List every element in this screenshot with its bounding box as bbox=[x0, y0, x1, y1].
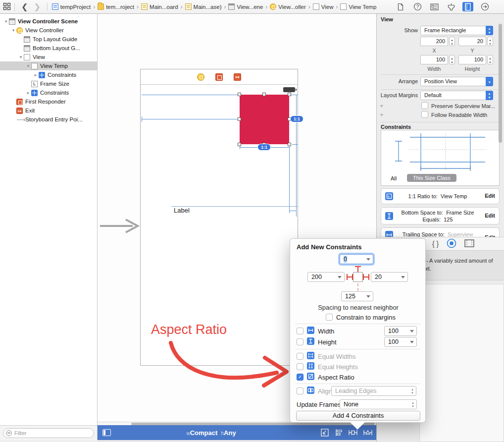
bottom-beam-dashed[interactable] bbox=[357, 283, 358, 291]
resize-handle[interactable] bbox=[288, 143, 291, 146]
height-row[interactable]: Height bbox=[297, 338, 337, 346]
resize-handle[interactable] bbox=[238, 143, 241, 146]
top-spacing-combo[interactable]: 0 bbox=[340, 254, 373, 264]
constraint-card-bottom-space[interactable]: Bottom Space to: Frame Size Equals: 125 … bbox=[381, 207, 500, 224]
equal-widths-checkbox[interactable] bbox=[297, 353, 303, 360]
x-field[interactable]: 200 bbox=[420, 37, 448, 46]
constraint-card-ratio[interactable]: 1:1 Ratio to: View Temp Edit bbox=[381, 188, 500, 204]
height-value-combo[interactable]: 100 bbox=[384, 337, 417, 347]
layout-margins-popup[interactable]: Default▲▼ bbox=[420, 91, 493, 100]
width-field[interactable]: 100 bbox=[420, 55, 448, 64]
inspector-scrollbar[interactable] bbox=[499, 24, 502, 143]
align-row[interactable]: Align bbox=[297, 387, 332, 395]
readable-width-checkbox[interactable] bbox=[421, 111, 428, 118]
outline-item-frame-size[interactable]: LFrame Size bbox=[0, 79, 97, 88]
edit-button[interactable]: Edit bbox=[485, 193, 495, 199]
outline-item-constraints-1[interactable]: ▸Constraints bbox=[0, 70, 97, 79]
aspect-ratio-row[interactable]: Aspect Ratio bbox=[297, 373, 354, 381]
resize-handle[interactable] bbox=[262, 93, 266, 96]
media-library-icon[interactable] bbox=[464, 239, 474, 248]
height-stepper[interactable]: ▲▼ bbox=[487, 55, 493, 64]
file-inspector-icon[interactable] bbox=[395, 2, 406, 11]
breadcrumb-item-view[interactable]: View bbox=[313, 3, 334, 10]
size-inspector-icon[interactable] bbox=[462, 2, 473, 11]
outline-item-view-controller[interactable]: ▾View Controller bbox=[0, 26, 97, 35]
width-value-combo[interactable]: 100 bbox=[384, 326, 417, 336]
related-items-icon[interactable] bbox=[3, 2, 11, 11]
size-class-control[interactable]: wCompact hAny bbox=[98, 429, 325, 437]
update-frames-popup[interactable]: None▲▼ bbox=[340, 399, 417, 409]
resize-handle[interactable] bbox=[288, 93, 291, 96]
disclosure-open-icon[interactable]: ▾ bbox=[25, 63, 31, 68]
identity-inspector-icon[interactable] bbox=[429, 2, 440, 11]
breadcrumb-item-folder[interactable]: tem...roject bbox=[98, 3, 134, 10]
outline-item-entry-point[interactable]: ⟶Storyboard Entry Poi... bbox=[0, 115, 97, 124]
add-constraints-button[interactable]: Add 4 Constraints bbox=[296, 411, 420, 421]
stack-button-icon[interactable] bbox=[320, 428, 329, 438]
trailing-spacing-combo[interactable]: 20 bbox=[371, 272, 408, 282]
outline-item-first-responder[interactable]: First Responder bbox=[0, 97, 97, 106]
edit-button[interactable]: Edit bbox=[485, 213, 495, 219]
leading-spacing-combo[interactable]: 200 bbox=[307, 272, 345, 282]
constrain-margins-checkbox[interactable] bbox=[326, 314, 333, 321]
equal-heights-row[interactable]: Equal Heights bbox=[297, 363, 358, 371]
view-controller-icon[interactable] bbox=[197, 73, 204, 81]
y-stepper[interactable]: ▲▼ bbox=[487, 37, 493, 46]
resize-handle[interactable] bbox=[238, 117, 241, 121]
exit-icon[interactable]: ↦ bbox=[234, 73, 241, 81]
view-controller-frame[interactable]: ↦ bbox=[140, 69, 298, 366]
y-field[interactable]: 20 bbox=[458, 37, 486, 46]
breadcrumb-item-scene[interactable]: View...ene bbox=[228, 3, 263, 10]
width-checkbox[interactable] bbox=[297, 328, 303, 334]
filter-input[interactable] bbox=[14, 430, 94, 436]
width-stepper[interactable]: ▲▼ bbox=[449, 55, 455, 64]
disclosure-open-icon[interactable]: ▾ bbox=[3, 19, 9, 24]
outline-item-exit[interactable]: ↦Exit bbox=[0, 106, 97, 115]
attributes-inspector-icon[interactable] bbox=[446, 2, 456, 11]
equal-heights-checkbox[interactable] bbox=[297, 363, 303, 370]
outline-item-constraints-2[interactable]: ▸Constraints bbox=[0, 88, 97, 97]
constrain-to-margins-row[interactable]: Constrain to margins bbox=[326, 313, 396, 321]
align-button-icon[interactable] bbox=[334, 428, 343, 438]
align-checkbox[interactable] bbox=[297, 387, 303, 394]
show-popup[interactable]: Frame Rectangle▲▼ bbox=[420, 26, 493, 35]
disclosure-open-icon[interactable]: ▾ bbox=[18, 55, 24, 59]
canvas-label[interactable]: Label bbox=[174, 207, 190, 214]
ratio-badge-right[interactable]: 1:1 bbox=[290, 115, 303, 122]
outline-item-view-temp[interactable]: ▾View Temp bbox=[0, 61, 97, 70]
breadcrumb-item-project[interactable]: tempProject bbox=[52, 3, 91, 10]
outline-item-top-layout-guide[interactable]: Top Layout Guide bbox=[0, 35, 97, 44]
quick-help-icon[interactable]: ? bbox=[412, 2, 423, 11]
breadcrumb-item-viewtemp[interactable]: View Temp bbox=[340, 3, 376, 10]
aspect-ratio-checkbox[interactable] bbox=[297, 374, 303, 381]
width-row[interactable]: Width bbox=[297, 327, 334, 335]
ratio-badge-bottom[interactable]: 1:1 bbox=[257, 144, 271, 151]
object-library-icon[interactable] bbox=[447, 238, 456, 249]
disclosure-closed-icon[interactable]: ▸ bbox=[33, 72, 39, 77]
height-field[interactable]: 100 bbox=[458, 55, 486, 64]
disclosure-open-icon[interactable]: ▾ bbox=[10, 28, 16, 33]
align-popup[interactable]: Leading Edges▲▼ bbox=[331, 386, 416, 396]
pin-button-icon[interactable] bbox=[348, 428, 358, 438]
outline-item-bottom-layout-guide[interactable]: Bottom Layout G... bbox=[0, 44, 97, 53]
outline-item-scene[interactable]: ▾View Controller Scene bbox=[0, 17, 97, 26]
disclosure-closed-icon[interactable]: ▸ bbox=[25, 90, 31, 95]
preserve-superview-checkbox[interactable] bbox=[421, 102, 428, 109]
arrange-popup[interactable]: Position View▼ bbox=[420, 77, 493, 86]
segment-this-size-class[interactable]: This Size Class bbox=[407, 174, 456, 182]
outline-item-view[interactable]: ▾View bbox=[0, 53, 97, 61]
first-responder-icon[interactable] bbox=[215, 73, 223, 81]
connections-inspector-icon[interactable] bbox=[479, 2, 490, 11]
breadcrumb-item-viewcontroller[interactable]: View...oller bbox=[270, 3, 305, 10]
selected-red-view[interactable] bbox=[240, 95, 289, 144]
breadcrumb-item-base[interactable]: Main...ase) bbox=[185, 3, 222, 10]
code-snippet-library-icon[interactable]: { } bbox=[432, 240, 439, 248]
filter-field[interactable] bbox=[3, 428, 94, 438]
bottom-spacing-combo[interactable]: 125 bbox=[341, 291, 373, 301]
entry-point-arrow[interactable] bbox=[100, 218, 141, 234]
resolve-issues-button-icon[interactable] bbox=[363, 428, 373, 438]
x-stepper[interactable]: ▲▼ bbox=[449, 37, 455, 46]
forward-button[interactable]: ❯ bbox=[31, 0, 43, 13]
height-checkbox[interactable] bbox=[297, 338, 303, 345]
segment-all[interactable]: All bbox=[391, 175, 397, 181]
